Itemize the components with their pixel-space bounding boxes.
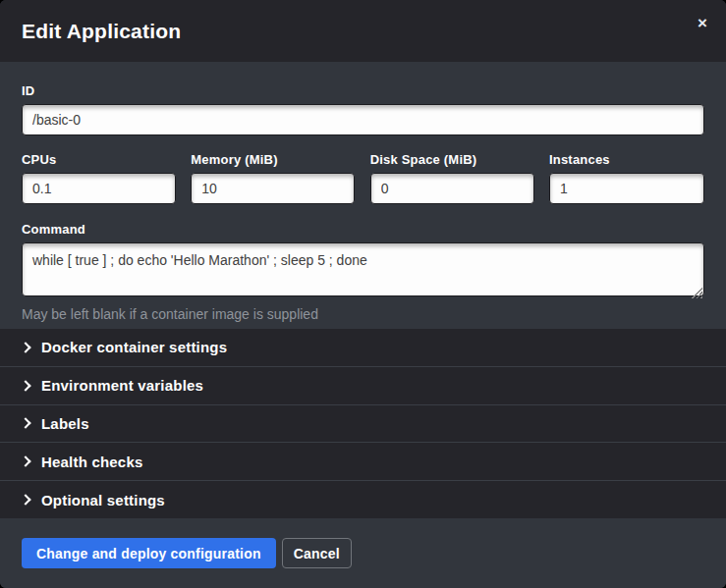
chevron-right-icon xyxy=(20,380,30,391)
command-field-group: Command while [ true ] ; do echo 'Hello … xyxy=(22,222,704,322)
id-field-group: ID xyxy=(22,83,704,135)
disk-input[interactable] xyxy=(370,173,534,204)
chevron-right-icon xyxy=(20,494,30,505)
edit-application-modal: Edit Application × ID CPUs Memory (MiB) … xyxy=(0,0,726,588)
command-help-text: May be left blank if a container image i… xyxy=(22,306,704,322)
memory-field-group: Memory (MiB) xyxy=(191,152,355,204)
command-textarea[interactable]: while [ true ] ; do echo 'Hello Marathon… xyxy=(22,242,704,296)
accordion-sections: Docker container settings Environment va… xyxy=(0,329,726,518)
modal-title: Edit Application xyxy=(22,20,181,43)
cpus-input[interactable] xyxy=(22,173,176,204)
section-label: Health checks xyxy=(41,454,142,470)
instances-field-group: Instances xyxy=(549,152,704,204)
cancel-button[interactable]: Cancel xyxy=(282,538,352,568)
chevron-right-icon xyxy=(20,418,30,429)
memory-input[interactable] xyxy=(191,173,355,204)
section-label: Environment variables xyxy=(41,377,203,394)
resources-row: CPUs Memory (MiB) Disk Space (MiB) Insta… xyxy=(22,152,704,204)
form-body: ID CPUs Memory (MiB) Disk Space (MiB) In… xyxy=(0,62,726,329)
chevron-right-icon xyxy=(20,456,30,467)
disk-label: Disk Space (MiB) xyxy=(370,152,534,167)
close-icon[interactable]: × xyxy=(691,12,714,35)
section-labels[interactable]: Labels xyxy=(0,404,726,443)
id-label: ID xyxy=(22,83,704,98)
id-input[interactable] xyxy=(22,104,704,135)
section-health-checks[interactable]: Health checks xyxy=(0,442,726,480)
cpus-field-group: CPUs xyxy=(22,152,176,204)
memory-label: Memory (MiB) xyxy=(191,152,355,167)
instances-input[interactable] xyxy=(549,173,704,204)
disk-field-group: Disk Space (MiB) xyxy=(370,152,534,204)
command-label: Command xyxy=(22,222,704,237)
section-docker-container-settings[interactable]: Docker container settings xyxy=(0,329,726,366)
modal-header: Edit Application × xyxy=(0,0,726,62)
cpus-label: CPUs xyxy=(22,152,176,167)
instances-label: Instances xyxy=(549,152,704,167)
change-and-deploy-button[interactable]: Change and deploy configuration xyxy=(22,538,276,568)
chevron-right-icon xyxy=(20,342,30,352)
section-label: Docker container settings xyxy=(41,339,227,355)
section-label: Labels xyxy=(41,415,89,432)
modal-footer: Change and deploy configuration Cancel xyxy=(0,518,726,588)
section-label: Optional settings xyxy=(41,492,165,508)
section-environment-variables[interactable]: Environment variables xyxy=(0,366,726,404)
section-optional-settings[interactable]: Optional settings xyxy=(0,480,726,518)
